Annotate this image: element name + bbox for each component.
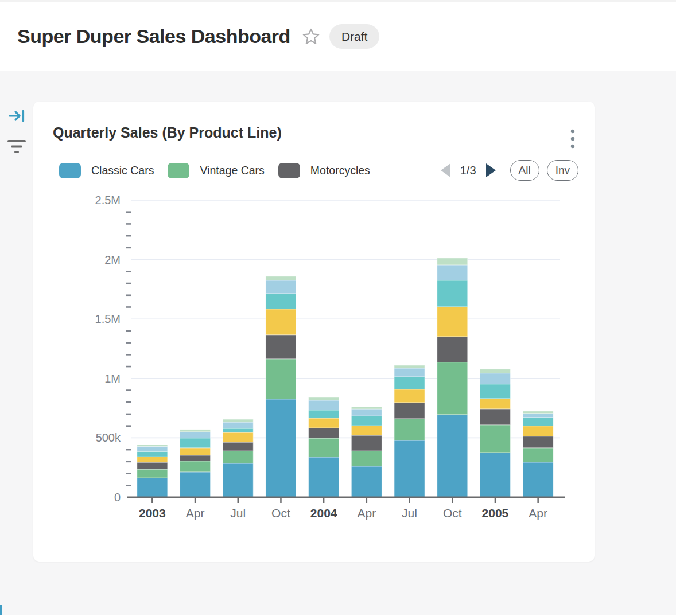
legend-select-all-button[interactable]: All (510, 160, 539, 181)
bar-segment[interactable] (309, 457, 339, 497)
bar-segment[interactable] (394, 377, 425, 389)
bar-segment[interactable] (180, 432, 211, 438)
bar-segment[interactable] (437, 258, 468, 265)
bar-segment[interactable] (223, 428, 253, 432)
bar-segment[interactable] (480, 369, 510, 373)
bar-segment[interactable] (351, 451, 382, 466)
bar-segment[interactable] (480, 373, 510, 384)
filter-button[interactable] (7, 138, 26, 156)
x-axis-tick-label: 2005 (482, 506, 509, 520)
bar-segment[interactable] (180, 438, 211, 448)
bar-segment[interactable] (523, 436, 553, 448)
filter-icon (7, 138, 26, 156)
bar-segment[interactable] (437, 415, 468, 497)
corner-accent-mark (0, 605, 2, 615)
bar-segment[interactable] (137, 457, 168, 462)
legend-next-page-button[interactable] (485, 162, 498, 178)
bar-segment[interactable] (309, 438, 339, 457)
bar-segment[interactable] (137, 478, 168, 497)
bar-segment[interactable] (394, 419, 425, 440)
bar-segment[interactable] (137, 446, 168, 451)
bar-segment[interactable] (266, 399, 296, 497)
bar-segment[interactable] (523, 411, 553, 414)
legend-prev-page-button[interactable] (439, 162, 452, 178)
x-axis-tick-label: 2003 (139, 506, 166, 520)
bar-segment[interactable] (351, 416, 382, 426)
bar-segment[interactable] (137, 462, 168, 469)
bar-segment[interactable] (437, 307, 468, 337)
x-axis-tick-label: Jul (402, 506, 417, 520)
y-axis-tick-label: 0 (114, 491, 121, 504)
bar-segment[interactable] (523, 414, 553, 418)
bar-segment[interactable] (351, 466, 382, 497)
bar-segment[interactable] (394, 403, 425, 419)
bar-segment[interactable] (223, 422, 253, 428)
bar-segment[interactable] (137, 451, 168, 457)
bar-segment[interactable] (180, 461, 211, 472)
bar-segment[interactable] (223, 451, 253, 463)
x-axis-tick-label: Oct (443, 506, 462, 520)
chart-area[interactable]: 0500k1M1.5M2M2.5M2003AprJulOct2004AprJul… (33, 188, 595, 549)
bar-segment[interactable] (223, 419, 253, 422)
bar-segment[interactable] (309, 400, 339, 410)
bar-segment[interactable] (180, 472, 211, 497)
bar-segment[interactable] (266, 359, 296, 399)
bar-segment[interactable] (480, 409, 510, 425)
bar-segment[interactable] (394, 440, 425, 497)
bar-segment[interactable] (523, 426, 553, 436)
stacked-bar-chart[interactable]: 0500k1M1.5M2M2.5M2003AprJulOct2004AprJul… (33, 188, 595, 549)
bar-segment[interactable] (523, 462, 553, 497)
bar-segment[interactable] (394, 368, 425, 377)
bar-segment[interactable] (437, 280, 468, 307)
chart-card: Quarterly Sales (By Product Line) Classi… (33, 102, 595, 562)
bar-segment[interactable] (266, 309, 296, 335)
y-axis-tick-label: 2.5M (95, 194, 121, 206)
bar-segment[interactable] (523, 448, 553, 462)
bar-segment[interactable] (351, 407, 382, 409)
legend-item[interactable]: Classic Cars (59, 163, 154, 178)
bar-segment[interactable] (480, 384, 510, 399)
x-axis-tick-label: 2004 (310, 506, 337, 520)
bar-segment[interactable] (180, 430, 211, 432)
bar-segment[interactable] (309, 410, 339, 418)
bar-segment[interactable] (266, 280, 296, 294)
bar-segment[interactable] (437, 362, 468, 415)
bar-segment[interactable] (266, 335, 296, 359)
bar-segment[interactable] (394, 389, 425, 403)
bar-segment[interactable] (309, 397, 339, 400)
y-axis-tick-label: 1.5M (95, 313, 121, 325)
page-title: Super Duper Sales Dashboard (17, 25, 290, 48)
chart-legend: Classic CarsVintage CarsMotorcycles 1/3 … (59, 159, 578, 182)
bar-segment[interactable] (523, 418, 553, 426)
expand-sidebar-button[interactable] (8, 107, 26, 124)
legend-item[interactable]: Motorcycles (278, 163, 370, 178)
bar-segment[interactable] (137, 469, 168, 478)
bar-segment[interactable] (394, 365, 425, 368)
legend-swatch (278, 163, 300, 178)
bar-segment[interactable] (437, 337, 468, 362)
legend-inverse-button[interactable]: Inv (547, 160, 578, 181)
x-axis-tick-label: Oct (271, 506, 290, 520)
bar-segment[interactable] (137, 445, 168, 446)
legend-swatch (59, 163, 81, 178)
bar-segment[interactable] (266, 294, 296, 309)
bar-segment[interactable] (480, 425, 510, 453)
chart-card-title: Quarterly Sales (By Product Line) (53, 124, 282, 141)
bar-segment[interactable] (480, 453, 510, 497)
bar-segment[interactable] (223, 432, 253, 442)
bar-segment[interactable] (480, 399, 510, 409)
bar-segment[interactable] (351, 426, 382, 435)
bar-segment[interactable] (351, 435, 382, 451)
bar-segment[interactable] (180, 455, 211, 461)
bar-segment[interactable] (223, 463, 253, 497)
legend-item[interactable]: Vintage Cars (168, 163, 264, 178)
bar-segment[interactable] (351, 409, 382, 416)
bar-segment[interactable] (309, 428, 339, 438)
bar-segment[interactable] (309, 418, 339, 428)
bar-segment[interactable] (437, 265, 468, 280)
bar-segment[interactable] (180, 448, 211, 455)
favorite-star-button[interactable] (302, 28, 320, 46)
card-menu-button[interactable] (567, 126, 578, 152)
bar-segment[interactable] (223, 442, 253, 451)
bar-segment[interactable] (266, 276, 296, 280)
